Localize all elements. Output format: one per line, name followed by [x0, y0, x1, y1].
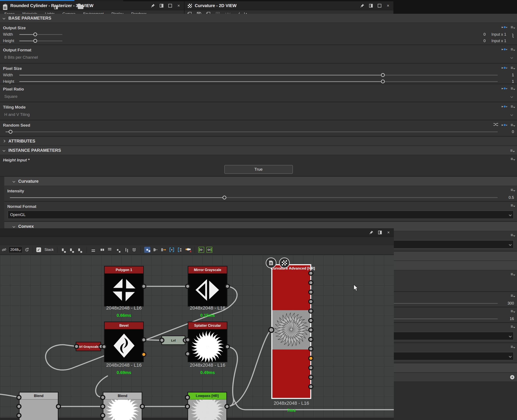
blend2-output-dot[interactable] — [140, 404, 145, 409]
splatter-input2-dot[interactable] — [185, 351, 190, 356]
lowpass-input-dot[interactable] — [185, 404, 190, 409]
node-curvature-advanced[interactable]: Curvature Advanced [HR] — [271, 264, 311, 399]
curvature-output-dot[interactable] — [308, 280, 314, 285]
param-menu-icon[interactable]: ≡ — [510, 204, 515, 207]
expose-icon[interactable]: ▸ — [502, 86, 507, 90]
curvature-normal-format-select[interactable]: OpenGL — [8, 211, 514, 219]
param-menu-icon[interactable]: ≡ — [510, 233, 515, 236]
width-slider[interactable] — [19, 32, 62, 37]
param-menu-icon[interactable]: ≡ — [510, 273, 515, 276]
pin-icon[interactable] — [369, 230, 374, 235]
blend1-input-dot[interactable] — [16, 395, 22, 400]
curvature-output-dot[interactable] — [308, 346, 314, 352]
float-window-icon[interactable] — [377, 230, 382, 235]
tiling-mode-select[interactable]: H and V Tiling — [3, 111, 514, 119]
surface-size-value[interactable]: 300 — [500, 301, 514, 306]
output-format-select[interactable]: 8 Bits per Channel — [3, 53, 514, 61]
curvature-output-dot[interactable] — [308, 318, 314, 323]
node-lvl[interactable]: Lvl — [161, 336, 185, 345]
height-value[interactable]: 0 — [65, 39, 486, 43]
link-icon[interactable] — [2, 248, 7, 252]
blend1-input-dot[interactable] — [16, 413, 22, 418]
bevel-output-dot[interactable] — [141, 337, 146, 342]
node-bevel[interactable]: Bevel — [104, 322, 144, 362]
param-menu-icon[interactable]: ≡ — [510, 325, 515, 328]
node-graph-canvas[interactable]: Polygon 1 2048x2048 - L16 0.66ms Mirror … — [0, 255, 394, 420]
distribute-top-icon[interactable] — [90, 247, 96, 253]
node-swirl-grayscale[interactable]: Swirl Grayscale — [76, 342, 101, 351]
pixel-ratio-select[interactable]: Square — [3, 92, 514, 101]
align-center-icon[interactable] — [69, 247, 75, 253]
shuffle-icon[interactable] — [493, 122, 498, 127]
snap-node-icon[interactable] — [123, 247, 129, 253]
blend2-input-dot[interactable] — [100, 395, 105, 400]
expose-icon[interactable]: ▸ — [502, 66, 507, 70]
width-mode[interactable]: Input x 1 — [486, 32, 506, 37]
lvl-input-dot[interactable] — [159, 338, 165, 343]
expose-icon[interactable]: ▸ — [502, 123, 507, 127]
pin-icon[interactable] — [150, 3, 155, 8]
float-window-icon[interactable] — [54, 5, 59, 10]
curvature-output-dot[interactable] — [308, 365, 314, 370]
input-pins-icon[interactable] — [198, 247, 204, 253]
param-menu-icon[interactable]: ≡ — [510, 48, 515, 51]
height-slider[interactable] — [19, 39, 62, 43]
bracket-nodes-icon[interactable] — [177, 247, 183, 253]
mirror-input-dot[interactable] — [185, 284, 190, 289]
splatter-output-dot[interactable] — [225, 344, 230, 349]
expose-icon[interactable]: ▸ — [502, 105, 507, 108]
node-blend2[interactable]: Blend — [103, 392, 142, 420]
width-value[interactable]: 0 — [65, 32, 486, 37]
blend1-input-dot[interactable] — [16, 404, 22, 409]
section-base-parameters[interactable]: BASE PARAMETERS — [0, 14, 517, 23]
float-window-icon[interactable] — [159, 3, 164, 8]
node-lowpass[interactable]: Lowpass [HR] — [187, 392, 227, 420]
node-blend1[interactable]: Blend — [19, 392, 59, 420]
close-icon[interactable]: × — [176, 3, 181, 8]
param-menu-icon[interactable]: ≡ — [510, 188, 515, 191]
param-menu-icon[interactable]: ≡ — [510, 345, 515, 348]
bevel-input-dot[interactable] — [101, 344, 107, 349]
pin-icon[interactable] — [360, 3, 365, 8]
node-doc-badge[interactable] — [266, 257, 277, 268]
section-instance-parameters[interactable]: INSTANCE PARAMETERS ≡ — [0, 146, 517, 155]
snap-grid-icon[interactable] — [115, 247, 121, 253]
param-menu-icon[interactable]: ≡ — [510, 87, 515, 90]
splatter-input-dot[interactable] — [185, 337, 190, 342]
param-menu-icon[interactable]: ≡ — [510, 105, 515, 108]
curvature-output-dot[interactable] — [308, 384, 314, 389]
compare-nodes-icon[interactable]: × — [185, 247, 191, 253]
node-checker-badge[interactable] — [279, 257, 290, 268]
distribute-bottom-icon[interactable] — [107, 247, 113, 253]
swirl-input-dot[interactable] — [74, 344, 79, 349]
expose-icon[interactable]: ▸ — [502, 25, 507, 29]
section-attributes[interactable]: ATTRIBUTES — [0, 137, 517, 146]
param-menu-icon[interactable]: ≡ — [510, 66, 515, 69]
random-seed-value[interactable]: 0 — [500, 130, 514, 134]
node-flow-orange-icon[interactable] — [161, 247, 167, 253]
stack-checkbox[interactable]: ✓ — [36, 248, 41, 252]
close-icon[interactable]: × — [386, 3, 390, 8]
blend2-input-dot[interactable] — [100, 413, 105, 418]
mirror-output-dot[interactable] — [225, 284, 230, 289]
curvature-output-dot[interactable] — [308, 299, 314, 304]
node-polygon1[interactable]: Polygon 1 — [104, 266, 144, 307]
close-icon[interactable]: × — [386, 230, 391, 235]
align-left-icon[interactable] — [61, 247, 67, 253]
param-menu-icon[interactable]: ≡ — [510, 26, 515, 29]
curvature-output-dot[interactable] — [308, 327, 314, 332]
bevel-orange-output-dot[interactable] — [141, 352, 146, 357]
height-value[interactable]: 1 — [500, 79, 514, 84]
param-menu-icon[interactable]: ≡ — [510, 123, 515, 126]
maximize-icon[interactable] — [377, 3, 382, 8]
distribute-middle-icon[interactable] — [98, 247, 105, 253]
param-menu-icon[interactable]: ≡ — [510, 294, 515, 297]
curvature-output-dot[interactable] — [308, 271, 314, 276]
curvature-output-dot[interactable] — [308, 337, 314, 342]
node-splatter-circular[interactable]: Splatter Circular — [188, 322, 227, 362]
maximize-icon[interactable] — [168, 3, 172, 8]
add-input-icon[interactable]: + — [510, 375, 514, 379]
intensity-value[interactable]: 0.5 — [500, 195, 514, 200]
align-right-icon[interactable] — [77, 247, 83, 253]
curvature-output-dot[interactable] — [308, 375, 314, 380]
